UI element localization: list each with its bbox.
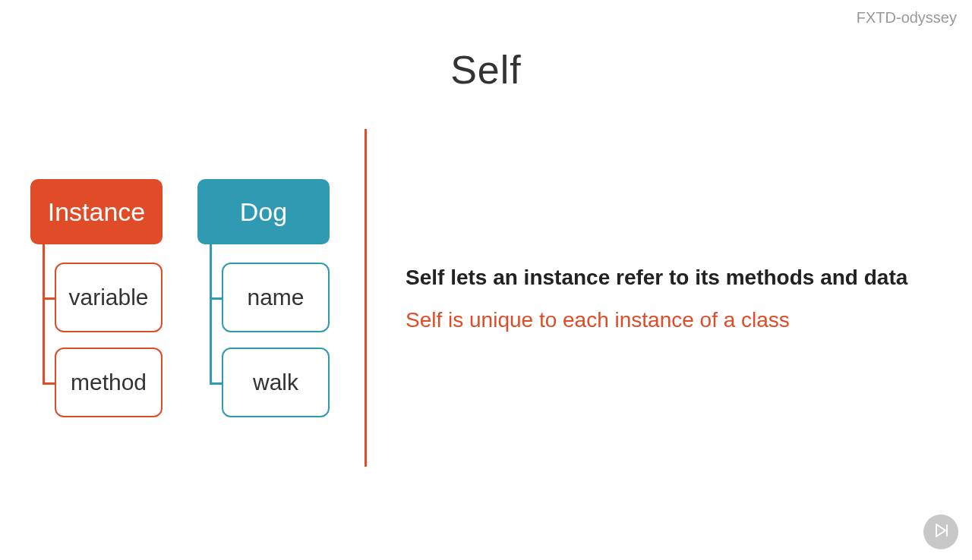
dog-child-walk-label: walk [253, 370, 298, 395]
instance-child-method-label: method [71, 370, 147, 395]
instance-header-label: Instance [48, 197, 146, 227]
vertical-divider [364, 129, 367, 467]
dog-child-name-label: name [247, 285, 304, 310]
slide-title: Self [0, 47, 972, 93]
dog-header-label: Dog [240, 197, 287, 227]
play-icon [932, 521, 950, 543]
instance-child-variable: variable [55, 263, 163, 332]
instance-child-variable-label: variable [68, 285, 148, 310]
diagram-area: Instance variable method Dog name walk [30, 179, 357, 437]
instance-child-method: method [55, 348, 163, 417]
dog-child-walk: walk [222, 348, 330, 417]
watermark-text: FXTD-odyssey [857, 9, 957, 27]
explanation-line-1: Self lets an instance refer to its metho… [406, 266, 937, 290]
instance-header-box: Instance [30, 179, 163, 244]
explanation-line-2: Self is unique to each instance of a cla… [406, 308, 937, 332]
play-badge[interactable] [923, 514, 958, 549]
dog-header-box: Dog [197, 179, 330, 244]
tree-instance: Instance variable method [30, 179, 163, 244]
dog-child-name: name [222, 263, 330, 332]
explanation-text-area: Self lets an instance refer to its metho… [406, 266, 937, 332]
svg-marker-0 [936, 524, 945, 536]
tree-dog: Dog name walk [197, 179, 330, 244]
